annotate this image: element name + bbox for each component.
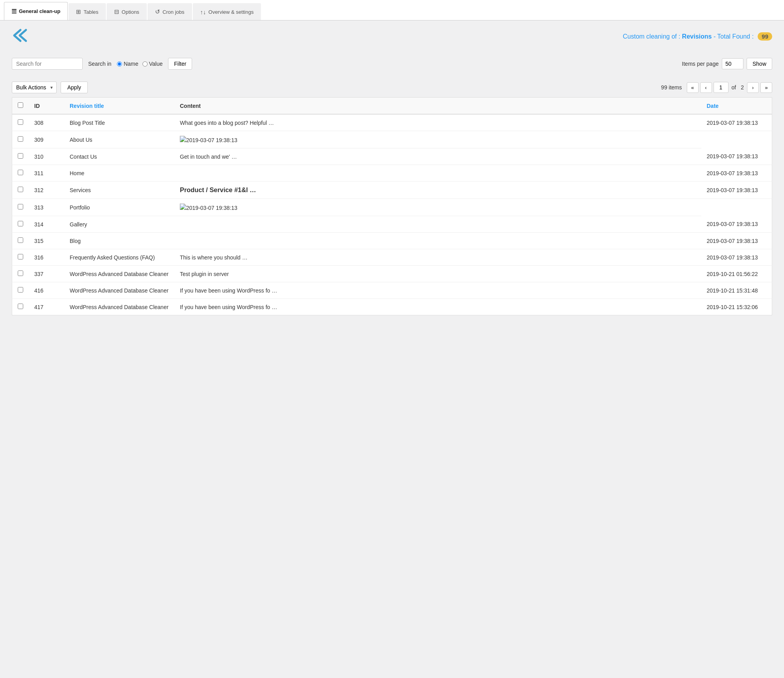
row-date: 2019-03-07 19:38:13: [701, 114, 772, 131]
pagination-group: 99 items « ‹ of 2 › »: [661, 82, 772, 93]
row-checkbox-337[interactable]: [18, 270, 23, 276]
table-row: 308 Blog Post Title What goes into a blo…: [12, 114, 772, 131]
search-in-label: Search in: [88, 61, 111, 67]
next-page-button[interactable]: ›: [747, 82, 759, 93]
radio-name-input[interactable]: [117, 61, 122, 67]
filter-button[interactable]: Filter: [168, 58, 192, 70]
row-checkbox-cell: [12, 249, 29, 266]
header-title: Custom cleaning of : Revisions - Total F…: [623, 33, 772, 40]
row-checkbox-313[interactable]: [18, 204, 23, 209]
row-id: 313: [29, 199, 64, 216]
row-date: 2019-03-07 19:38:13: [701, 216, 772, 233]
row-id: 337: [29, 266, 64, 282]
row-id: 310: [29, 148, 64, 165]
row-checkbox-314[interactable]: [18, 221, 23, 226]
row-checkbox-cell: [12, 299, 29, 315]
row-id: 312: [29, 182, 64, 199]
row-content: Get in touch and we' …: [174, 148, 701, 165]
table-row: 312 Services Product / Service #1&l … 20…: [12, 182, 772, 199]
back-button[interactable]: [12, 28, 29, 44]
tab-options[interactable]: ⊟Options: [107, 3, 147, 20]
row-checkbox-417[interactable]: [18, 304, 23, 309]
overview-settings-icon: ↑↓: [200, 9, 206, 15]
row-id: 308: [29, 114, 64, 131]
row-checkbox-310[interactable]: [18, 153, 23, 159]
of-label: of: [730, 84, 738, 91]
tab-overview-settings[interactable]: ↑↓Overview & settings: [193, 3, 261, 20]
first-page-button[interactable]: «: [687, 82, 699, 93]
total-pages: 2: [739, 84, 745, 91]
table-row: 337 WordPress Advanced Database Cleaner …: [12, 266, 772, 282]
radio-name-label[interactable]: Name: [117, 61, 138, 67]
col-header-check: [12, 98, 29, 115]
row-checkbox-cell: [12, 216, 29, 233]
row-date: 2019-03-07 19:38:13: [701, 165, 772, 182]
row-content: What goes into a blog post? Helpful …: [174, 114, 701, 131]
table-row: 314 Gallery 2019-03-07 19:38:13: [12, 216, 772, 233]
row-content: Test plugin in server: [174, 266, 701, 282]
prev-page-button[interactable]: ‹: [700, 82, 712, 93]
items-per-page-input[interactable]: [722, 58, 743, 69]
row-checkbox-416[interactable]: [18, 287, 23, 293]
tab-general-cleanup[interactable]: ☰General clean-up: [4, 2, 68, 20]
tab-cron-jobs[interactable]: ↺Cron jobs: [148, 3, 192, 20]
search-in-radio-group: Name Value: [117, 61, 163, 67]
cleaning-type: Revisions: [682, 33, 712, 40]
row-title: Frequently Asked Questions (FAQ): [64, 249, 174, 266]
row-checkbox-315[interactable]: [18, 237, 23, 243]
col-header-revision-title: Revision title: [64, 98, 174, 115]
row-checkbox-cell: [12, 282, 29, 299]
table-row: 313 Portfolio 2019-03-07 19:38:13: [12, 199, 772, 216]
row-title: WordPress Advanced Database Cleaner: [64, 282, 174, 299]
row-checkbox-cell: [12, 199, 29, 216]
show-button[interactable]: Show: [747, 58, 772, 70]
bulk-actions-select[interactable]: Bulk Actions: [12, 82, 57, 93]
row-date: 2019-10-21 15:31:48: [701, 282, 772, 299]
col-header-date: Date: [701, 98, 772, 115]
row-id: 316: [29, 249, 64, 266]
items-per-page-group: Items per page Show: [682, 58, 772, 70]
table-header-row: ID Revision title Content Date: [12, 98, 772, 115]
row-title: Blog Post Title: [64, 114, 174, 131]
row-checkbox-cell: [12, 114, 29, 131]
search-input[interactable]: [12, 58, 83, 70]
table-row: 316 Frequently Asked Questions (FAQ) Thi…: [12, 249, 772, 266]
row-checkbox-312[interactable]: [18, 187, 23, 192]
row-content: This is where you should …: [174, 249, 701, 266]
select-all-checkbox[interactable]: [18, 102, 23, 108]
general-cleanup-icon: ☰: [11, 8, 17, 15]
row-title: Contact Us: [64, 148, 174, 165]
row-date: 2019-03-07 19:38:13: [701, 249, 772, 266]
last-page-button[interactable]: »: [760, 82, 772, 93]
cron-jobs-icon: ↺: [155, 8, 160, 15]
actions-row: Bulk Actions Apply 99 items « ‹ of 2 › »: [12, 82, 772, 93]
items-count: 99 items: [661, 84, 682, 91]
tab-tables[interactable]: ⊞Tables: [68, 3, 106, 20]
row-date: 2019-10-21 01:56:22: [701, 266, 772, 282]
row-checkbox-311[interactable]: [18, 170, 23, 175]
row-id: 314: [29, 216, 64, 233]
row-id: 309: [29, 131, 64, 148]
row-content: Product / Service #1&l …: [174, 182, 701, 199]
radio-value-input[interactable]: [142, 61, 148, 67]
row-checkbox-309[interactable]: [18, 136, 23, 142]
radio-value-label[interactable]: Value: [142, 61, 163, 67]
row-checkbox-cell: [12, 131, 29, 148]
apply-button[interactable]: Apply: [61, 82, 88, 93]
table-row: 315 Blog 2019-03-07 19:38:13: [12, 233, 772, 249]
row-date: 2019-03-07 19:38:13: [701, 182, 772, 199]
row-content: If you have been using WordPress fo …: [174, 299, 701, 315]
row-checkbox-cell: [12, 165, 29, 182]
options-icon: ⊟: [114, 8, 119, 15]
top-navigation: ☰General clean-up⊞Tables⊟Options↺Cron jo…: [0, 0, 784, 20]
bulk-actions-wrapper: Bulk Actions: [12, 82, 57, 93]
current-page-input[interactable]: [714, 82, 729, 93]
row-checkbox-316[interactable]: [18, 254, 23, 259]
table-row: 309 About Us 2019-03-07 19:38:13: [12, 131, 772, 148]
row-title: Services: [64, 182, 174, 199]
row-checkbox-cell: [12, 182, 29, 199]
row-date: 2019-03-07 19:38:13: [701, 148, 772, 165]
row-checkbox-308[interactable]: [18, 119, 23, 125]
row-id: 417: [29, 299, 64, 315]
row-content: 2019-03-07 19:38:13: [174, 199, 701, 216]
